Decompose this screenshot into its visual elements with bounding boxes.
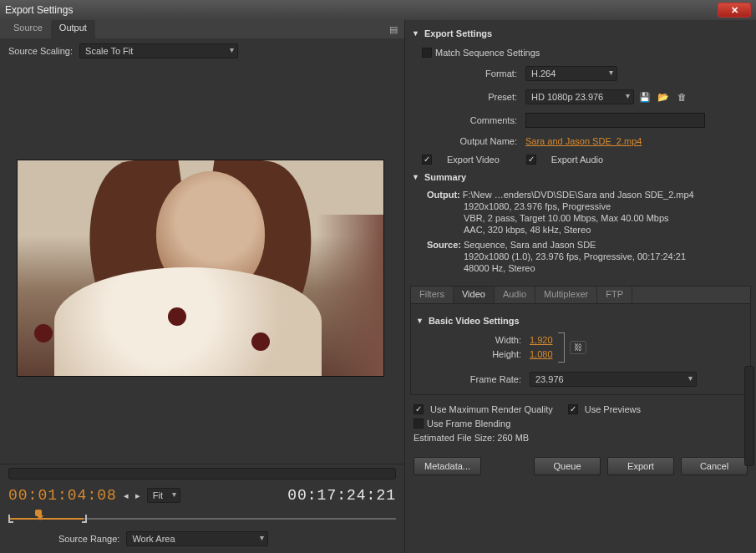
export-settings-header[interactable]: ▼Export Settings (412, 28, 751, 38)
est-filesize-label: Estimated File Size: (414, 433, 495, 443)
tab-source[interactable]: Source (5, 20, 51, 38)
max-quality-checkbox[interactable] (414, 404, 424, 414)
metadata-button[interactable]: Metadata... (414, 457, 481, 475)
use-previews-label: Use Previews (585, 404, 641, 414)
queue-button[interactable]: Queue (534, 457, 601, 475)
match-sequence-label: Match Sequence Settings (435, 48, 540, 58)
comments-input[interactable] (525, 113, 705, 128)
match-sequence-checkbox[interactable] (422, 48, 432, 58)
tab-output[interactable]: Output (51, 20, 95, 38)
preset-select[interactable]: HD 1080p 23.976 (525, 89, 634, 104)
playhead[interactable] (33, 510, 43, 521)
height-value[interactable]: 1,080 (530, 349, 553, 359)
width-value[interactable]: 1,920 (530, 335, 553, 345)
horizontal-scrollbar[interactable] (8, 468, 396, 479)
preset-label: Preset: (410, 92, 525, 102)
framerate-select[interactable]: 23.976 (530, 372, 697, 387)
frame-blending-label: Use Frame Blending (427, 419, 510, 429)
preview-tabs: Source Output ▤ (0, 20, 404, 38)
close-button[interactable]: ✕ (718, 3, 751, 18)
export-audio-label: Export Audio (551, 155, 603, 165)
current-timecode[interactable]: 00:01:04:08 (8, 487, 117, 504)
source-range-select[interactable]: Work Area (126, 531, 268, 546)
format-select[interactable]: H.264 (525, 66, 617, 81)
step-back-icon[interactable]: ◂ (124, 490, 129, 501)
cancel-button[interactable]: Cancel (681, 457, 748, 475)
output-name-label: Output Name: (410, 136, 525, 146)
tab-multiplexer[interactable]: Multiplexer (535, 287, 597, 303)
preview-area (0, 63, 404, 464)
tab-video[interactable]: Video (454, 287, 495, 303)
framerate-label: Frame Rate: (414, 374, 530, 384)
zoom-fit-select[interactable]: Fit (147, 488, 180, 503)
width-label: Width: (414, 335, 530, 345)
window-title: Export Settings (5, 4, 73, 16)
comments-label: Comments: (410, 115, 525, 125)
timeline[interactable] (8, 510, 396, 526)
preview-panel: Source Output ▤ Source Scaling: Scale To… (0, 20, 405, 553)
max-quality-label: Use Maximum Render Quality (430, 404, 553, 414)
source-range-label: Source Range: (58, 534, 119, 544)
frame-blending-checkbox[interactable] (414, 419, 424, 429)
summary-header[interactable]: ▼Summary (412, 172, 751, 182)
summary-body: Output: F:\New …enders\DVD\SDE\Sara and … (410, 187, 751, 281)
height-label: Height: (414, 349, 530, 359)
export-audio-checkbox[interactable] (526, 155, 536, 165)
source-scaling-label: Source Scaling: (8, 46, 73, 56)
save-preset-icon[interactable]: 💾 (637, 90, 652, 104)
video-preview (17, 160, 384, 377)
basic-video-header[interactable]: ▼Basic Video Settings (416, 316, 747, 326)
play-icon[interactable]: ▸ (135, 490, 140, 501)
settings-scrollbar[interactable] (744, 366, 754, 466)
link-dimensions-icon[interactable]: ⛓ (570, 341, 586, 354)
output-name-link[interactable]: Sara and Jason SDE_2.mp4 (525, 136, 642, 146)
source-scaling-select[interactable]: Scale To Fit (79, 43, 238, 58)
panel-menu-icon[interactable]: ▤ (389, 20, 398, 38)
settings-tab-bar: Filters Video Audio Multiplexer FTP (410, 286, 751, 304)
duration-timecode: 00:17:24:21 (287, 487, 396, 504)
titlebar: Export Settings ✕ (0, 0, 756, 20)
in-point-marker[interactable] (8, 515, 13, 523)
import-preset-icon[interactable]: 📂 (656, 90, 671, 104)
export-video-checkbox[interactable] (422, 155, 432, 165)
export-button[interactable]: Export (607, 457, 674, 475)
out-point-marker[interactable] (82, 515, 87, 523)
delete-preset-icon[interactable]: 🗑 (674, 90, 689, 104)
tab-audio[interactable]: Audio (495, 287, 535, 303)
use-previews-checkbox[interactable] (568, 404, 578, 414)
tab-filters[interactable]: Filters (411, 287, 454, 303)
est-filesize-value: 260 MB (497, 433, 529, 443)
format-label: Format: (410, 68, 525, 79)
tab-ftp[interactable]: FTP (597, 287, 632, 303)
export-video-label: Export Video (447, 155, 500, 165)
settings-panel: ▼Export Settings Match Sequence Settings… (405, 20, 756, 553)
